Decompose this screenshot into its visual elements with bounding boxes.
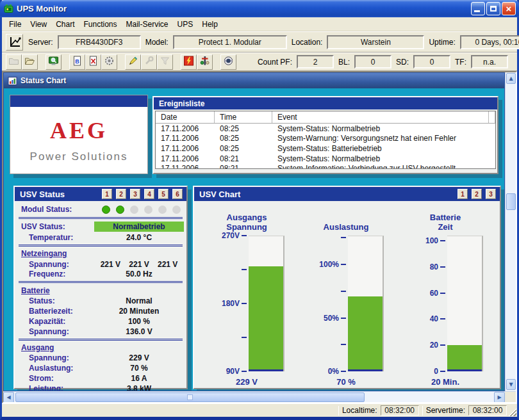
funnel-icon [160, 56, 170, 68]
toolbar-actions: B Count PF:2BL:0SD:0TF:n.a. [2, 52, 517, 71]
section-divider [19, 245, 183, 246]
table-row[interactable]: 17.11.200608:25System-Status: Normalbetr… [156, 124, 495, 134]
toolbar-server-info: Server:FRB4430DF3Model:Protect 1. Modula… [2, 31, 517, 52]
title-bar[interactable]: UPS Monitor × [0, 0, 519, 17]
menu-item-help[interactable]: Help [197, 19, 222, 30]
module-button-1[interactable]: 1 [102, 189, 112, 199]
vertical-scroll-thumb[interactable] [506, 193, 516, 210]
counter-label-sd: SD: [396, 58, 409, 67]
tick-output-voltage-225 [242, 265, 247, 274]
event-table-head: DateTimeEvent [156, 111, 495, 124]
horizontal-scrollbar[interactable]: ◀ ▶ [3, 392, 505, 403]
column-header-date[interactable]: Date [156, 111, 215, 123]
child-title-bar[interactable]: Status Chart [4, 73, 504, 88]
chart-view-button-2[interactable]: 2 [472, 189, 482, 199]
module-button-2[interactable]: 2 [116, 189, 126, 199]
status-label-batteriezeit: Batteriezeit: [15, 307, 92, 316]
minimize-button[interactable] [471, 2, 485, 15]
close-button[interactable]: × [502, 2, 516, 15]
field-label-uptime: Uptime: [429, 38, 455, 47]
schedule-button[interactable] [101, 54, 117, 70]
statusbar-label-servertime: Servertime: [426, 406, 465, 415]
edit-pen-button[interactable] [125, 54, 141, 70]
horizontal-scroll-thumb[interactable] [15, 392, 365, 402]
usv-status-panel: USV Status 123456 Modul Status:USV Statu… [13, 186, 188, 389]
ups-connect-button[interactable] [197, 54, 213, 70]
vertical-scrollbar[interactable]: ▲ ▼ [505, 72, 516, 391]
table-row[interactable]: 17.11.200608:25System-Warnung: Versorgun… [156, 134, 495, 144]
module-button-5[interactable]: 5 [158, 189, 169, 199]
chart-view-button-3[interactable]: 3 [486, 189, 496, 199]
chart-icon [8, 36, 21, 49]
tick-load-25 [341, 340, 346, 349]
scroll-up-icon[interactable]: ▲ [506, 73, 516, 84]
status-row-kapazit-t: Kapazität:100 % [15, 316, 186, 327]
status-row-status: Status:Normal [15, 296, 186, 306]
section-divider [19, 281, 183, 283]
table-row[interactable]: 17.11.200608:25System-Status: Batteriebe… [156, 143, 495, 154]
column-header-time[interactable]: Time [215, 111, 272, 123]
folder-closed-icon [8, 56, 19, 68]
module-button-6[interactable]: 6 [172, 189, 183, 199]
status-value-temperatur: 24.0 °C [92, 233, 186, 242]
menu-item-functions[interactable]: Functions [79, 19, 121, 30]
counter-fields: Count PF:2BL:0SD:0TF:n.a. [258, 55, 513, 69]
scroll-left-icon[interactable]: ◀ [3, 392, 14, 403]
menu-item-chart[interactable]: Chart [51, 19, 79, 30]
maximize-icon [490, 6, 497, 12]
status-value-spannung: 221 V 221 V 221 V [92, 260, 186, 269]
status-row-auslastung: Auslastung:70 % [15, 363, 186, 373]
menu-item-file[interactable]: File [4, 19, 26, 30]
flash-button[interactable] [181, 54, 197, 70]
buzzer-button[interactable] [220, 54, 236, 70]
counter-value-tf: n.a. [471, 55, 508, 69]
status-row-batteriezeit: Batteriezeit:20 Minuten [15, 306, 186, 316]
field-value-model: Protect 1. Modular [173, 35, 287, 49]
status-label-temperatur: Temperatur: [15, 233, 92, 242]
child-window-title: Status Chart [21, 76, 500, 85]
window-title: UPS Monitor [17, 4, 471, 13]
gauge-value-load: 70 % [336, 377, 356, 387]
status-label-kapazit-t: Kapazität: [15, 317, 92, 326]
event-list-header: Ereignisliste [154, 97, 497, 109]
folder-open-button[interactable] [22, 54, 38, 70]
tick-label: 100% [319, 260, 339, 269]
table-row[interactable]: 17.11.200608:21System-Information: Verbi… [156, 163, 495, 169]
section-divider [19, 339, 183, 341]
chart-view-button[interactable] [6, 34, 23, 51]
table-row[interactable]: 17.11.200608:21System-Status: Normalbetr… [156, 154, 495, 164]
module-buttons: 123456 [102, 189, 184, 199]
gauge-scale-load: 100%50%0% [308, 236, 348, 371]
menu-item-view[interactable]: View [26, 19, 51, 30]
field-value-server: FRB4430DF3 [58, 35, 141, 49]
module-button-3[interactable]: 3 [130, 189, 140, 199]
report-button[interactable]: B [69, 54, 85, 70]
status-row-spannung: Spannung:221 V 221 V 221 V [15, 259, 186, 270]
module-button-4[interactable]: 4 [144, 189, 154, 199]
menu-item-mail-service[interactable]: Mail-Service [122, 19, 173, 30]
resize-grip[interactable] [508, 408, 516, 416]
flash-icon [183, 56, 194, 68]
column-header-event[interactable]: Event [272, 111, 489, 123]
minimize-icon [474, 10, 480, 12]
maximize-button[interactable] [486, 2, 500, 15]
status-row-modul-status: Modul Status: [15, 204, 186, 215]
report-error-button[interactable] [85, 54, 101, 70]
status-value-spannung: 229 V [92, 353, 186, 362]
mdi-area: Status Chart AEG Power Solutions [2, 71, 517, 403]
status-label-spannung: Spannung: [15, 327, 92, 336]
menu-item-ups[interactable]: UPS [173, 19, 198, 30]
scroll-right-icon[interactable]: ▶ [494, 392, 505, 403]
monitor-search-button[interactable] [45, 54, 62, 70]
event-cell-date: 17.11.2006 [156, 124, 215, 133]
logo-panel: AEG Power Solutions [10, 95, 148, 174]
chart-view-button-1[interactable]: 1 [457, 189, 468, 199]
folder-closed-button [6, 54, 22, 70]
status-label-spannung: Spannung: [15, 353, 92, 362]
status-value-spannung: 136.0 V [92, 327, 186, 336]
ups-app-icon [3, 3, 14, 14]
gauge-output-voltage: AusgangsSpannung270V180V90V229 V [198, 206, 295, 387]
scroll-down-icon[interactable]: ▼ [506, 379, 516, 390]
status-label-leistung: Leistung: [15, 384, 92, 391]
module-dot-5 [158, 206, 167, 214]
